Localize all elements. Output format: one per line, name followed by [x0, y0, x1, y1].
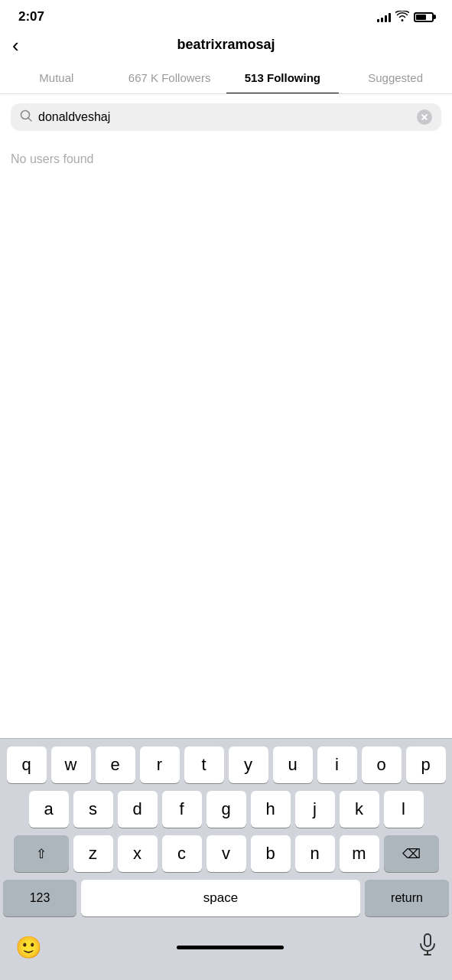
key-numbers[interactable]: 123 — [3, 880, 76, 916]
clear-button[interactable] — [417, 109, 432, 125]
key-n[interactable]: n — [295, 835, 335, 872]
key-g[interactable]: g — [206, 791, 246, 828]
status-bar: 2:07 — [0, 0, 452, 31]
microphone-button[interactable] — [418, 933, 437, 962]
key-b[interactable]: b — [251, 835, 291, 872]
key-c[interactable]: c — [162, 835, 202, 872]
key-e[interactable]: e — [96, 746, 135, 783]
keyboard-row-2: a s d f g h j k l — [3, 791, 449, 828]
key-d[interactable]: d — [118, 791, 158, 828]
header: ‹ beatrixramosaj — [0, 31, 452, 62]
key-h[interactable]: h — [251, 791, 291, 828]
content-area — [0, 178, 452, 485]
shift-icon: ⇧ — [36, 846, 47, 862]
status-icons — [377, 11, 434, 24]
no-users-message: No users found — [0, 140, 452, 178]
keyboard-row-4: 123 space return — [3, 880, 449, 916]
status-time: 2:07 — [18, 9, 44, 24]
key-f[interactable]: f — [162, 791, 202, 828]
key-j[interactable]: j — [295, 791, 335, 828]
tab-followers[interactable]: 667 K Followers — [113, 62, 226, 93]
signal-icon — [377, 11, 391, 22]
key-w[interactable]: w — [51, 746, 91, 783]
search-container — [0, 94, 452, 140]
key-u[interactable]: u — [273, 746, 313, 783]
key-s[interactable]: s — [73, 791, 113, 828]
header-title: beatrixramosaj — [177, 37, 275, 53]
keyboard-bottom-row: 🙂 — [3, 927, 449, 974]
wifi-icon — [395, 11, 409, 24]
key-l[interactable]: l — [384, 791, 424, 828]
key-r[interactable]: r — [140, 746, 180, 783]
key-q[interactable]: q — [7, 746, 47, 783]
key-k[interactable]: k — [340, 791, 379, 828]
keyboard-row-3: ⇧ z x c v b n m ⌫ — [3, 835, 449, 872]
svg-rect-2 — [424, 934, 431, 946]
key-a[interactable]: a — [29, 791, 69, 828]
tabs-container: Mutual 667 K Followers 513 Following Sug… — [0, 62, 452, 94]
keyboard-row-1: q w e r t y u i o p — [3, 746, 449, 783]
battery-icon — [414, 12, 434, 22]
tab-following[interactable]: 513 Following — [226, 62, 340, 93]
key-o[interactable]: o — [362, 746, 402, 783]
key-z[interactable]: z — [73, 835, 113, 872]
emoji-button[interactable]: 🙂 — [15, 935, 42, 960]
key-shift[interactable]: ⇧ — [14, 835, 69, 872]
key-x[interactable]: x — [118, 835, 158, 872]
key-space[interactable]: space — [81, 880, 360, 916]
key-i[interactable]: i — [317, 746, 357, 783]
search-input[interactable] — [38, 110, 411, 124]
key-v[interactable]: v — [206, 835, 246, 872]
keyboard[interactable]: q w e r t y u i o p a s d f g h j k l ⇧ … — [0, 738, 452, 980]
back-button[interactable]: ‹ — [12, 35, 19, 55]
key-t[interactable]: t — [184, 746, 224, 783]
key-backspace[interactable]: ⌫ — [384, 835, 439, 872]
key-y[interactable]: y — [229, 746, 268, 783]
svg-line-1 — [28, 118, 31, 121]
key-m[interactable]: m — [340, 835, 379, 872]
search-bar — [11, 103, 441, 131]
backspace-icon: ⌫ — [402, 846, 421, 862]
key-return[interactable]: return — [365, 880, 449, 916]
search-icon — [20, 109, 32, 125]
tab-suggested[interactable]: Suggested — [339, 62, 452, 93]
home-indicator — [177, 946, 284, 949]
keyboard-bottom-bar: 🙂 — [3, 924, 449, 980]
key-p[interactable]: p — [406, 746, 446, 783]
tab-mutual[interactable]: Mutual — [0, 62, 113, 93]
